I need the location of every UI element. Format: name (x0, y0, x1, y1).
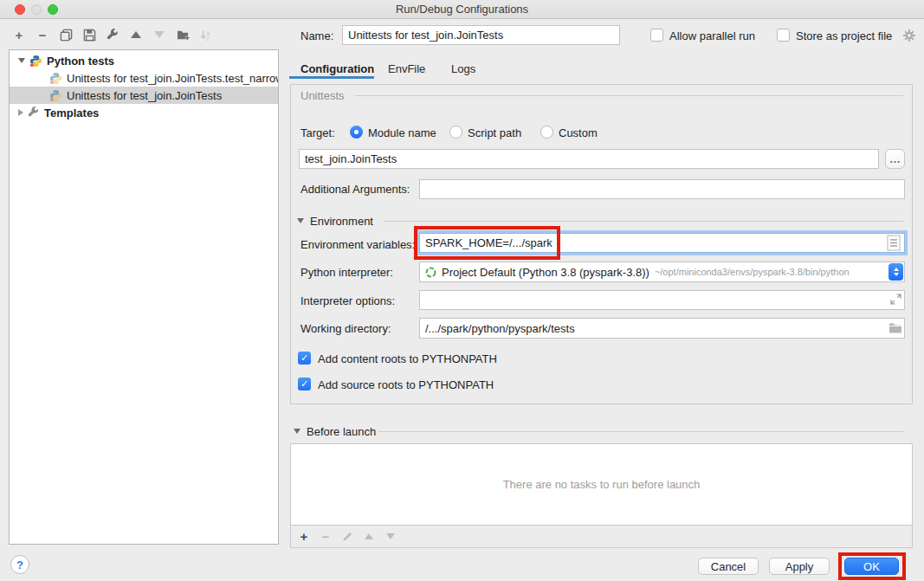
edit-templates-icon[interactable] (106, 28, 120, 42)
group-separator (378, 431, 903, 432)
python-interpreter-label: Python interpreter: (300, 266, 393, 279)
remove-icon[interactable]: − (36, 28, 49, 42)
tree-item-jointests-selected[interactable]: Unittests for test_join.JoinTests (10, 87, 278, 104)
copy-icon[interactable] (59, 28, 73, 42)
python-interpreter-dropdown[interactable]: Project Default (Python 3.8 (pyspark-3.8… (419, 261, 905, 282)
additional-arguments-label: Additional Arguments: (300, 183, 410, 196)
python-tests-icon (29, 55, 42, 68)
browse-button[interactable]: … (885, 149, 905, 169)
move-up-icon[interactable] (129, 28, 143, 42)
working-directory-input[interactable] (419, 318, 905, 339)
cancel-button[interactable]: Cancel (698, 558, 759, 575)
tab-configuration[interactable]: Configuration (300, 62, 374, 75)
templates-wrench-icon (28, 107, 40, 119)
interpreter-options-input[interactable] (419, 290, 905, 310)
sort-alphabetically-icon: az (199, 28, 213, 42)
folder-icon[interactable] (888, 322, 902, 333)
expand-field-icon[interactable] (890, 294, 901, 305)
apply-button[interactable]: Apply (769, 558, 830, 575)
target-module-name-label: Module name (368, 126, 436, 139)
gear-icon[interactable] (902, 29, 916, 42)
target-custom-radio[interactable] (540, 126, 553, 139)
help-button[interactable]: ? (10, 555, 29, 574)
ok-button[interactable]: OK (844, 558, 899, 575)
expanded-chevron-icon[interactable] (18, 58, 25, 63)
before-launch-header: Before launch (307, 425, 376, 438)
add-task-icon[interactable]: + (296, 529, 312, 544)
interpreter-path: ~/opt/miniconda3/envs/pyspark-3.8/bin/py… (655, 267, 850, 277)
before-launch-empty-text: There are no tasks to run before launch (503, 478, 701, 491)
name-label: Name: (300, 29, 333, 42)
interpreter-dropdown-stepper[interactable] (888, 263, 903, 281)
tree-item-label: Unittests for test_join.JoinTests.test_n… (67, 72, 278, 85)
tab-logs[interactable]: Logs (451, 62, 475, 75)
before-launch-toolbar: + − (290, 526, 913, 548)
interpreter-options-label: Interpreter options: (300, 294, 395, 307)
tree-item-python-tests[interactable]: Python tests (10, 52, 278, 69)
active-tab-underline (289, 76, 374, 79)
tree-item-templates[interactable]: Templates (10, 104, 278, 121)
add-content-roots-checkbox[interactable]: ✓ (298, 352, 311, 365)
group-separator (384, 221, 903, 222)
add-source-roots-label: Add source roots to PYTHONPATH (318, 378, 494, 391)
move-task-down-icon (383, 533, 398, 539)
tab-envfile[interactable]: EnvFile (388, 62, 425, 75)
edit-task-pencil-icon (339, 531, 355, 542)
move-down-icon (152, 28, 166, 42)
before-launch-task-list: There are no tasks to run before launch (290, 443, 913, 526)
store-as-project-file-checkbox[interactable] (777, 29, 790, 42)
window-titlebar: Run/Debug Configurations (0, 0, 924, 19)
configurations-tree: Python tests Unittests for test_join.Joi… (9, 49, 279, 545)
svg-text:z: z (206, 36, 209, 42)
move-task-up-icon (361, 533, 377, 539)
save-icon[interactable] (82, 28, 96, 42)
add-icon[interactable]: + (12, 28, 26, 42)
group-separator (355, 95, 903, 96)
interpreter-value: Project Default (Python 3.8 (pyspark-3.8… (442, 266, 649, 279)
store-as-project-file-label: Store as project file (796, 29, 892, 42)
tree-item-label: Python tests (47, 55, 114, 68)
window-title: Run/Debug Configurations (0, 3, 924, 16)
environment-variables-label: Environment variables: (300, 238, 415, 251)
configurations-toolbar: + − az (12, 26, 213, 43)
edit-env-vars-icon[interactable] (887, 235, 901, 251)
environment-variables-input[interactable] (419, 233, 905, 253)
unittests-group-label: Unittests (300, 89, 345, 102)
additional-arguments-input[interactable] (419, 179, 905, 199)
collapsed-chevron-icon[interactable] (18, 109, 23, 116)
new-folder-icon[interactable] (176, 28, 190, 42)
environment-header: Environment (310, 215, 373, 228)
add-source-roots-checkbox[interactable]: ✓ (298, 378, 311, 391)
tree-item-label: Unittests for test_join.JoinTests (67, 89, 222, 102)
tree-item-label: Templates (44, 107, 99, 119)
environment-collapse-chevron-icon[interactable] (297, 218, 304, 223)
python-test-config-icon (49, 89, 62, 102)
target-module-name-radio[interactable] (350, 126, 363, 139)
tree-item-test-narrow[interactable]: Unittests for test_join.JoinTests.test_n… (10, 69, 278, 87)
conda-env-icon (425, 267, 436, 278)
before-launch-collapse-chevron-icon[interactable] (294, 429, 300, 434)
working-directory-label: Working directory: (300, 322, 391, 335)
remove-task-icon: − (318, 529, 333, 544)
target-script-path-label: Script path (468, 126, 521, 139)
target-custom-label: Custom (559, 126, 598, 139)
python-test-config-icon (49, 72, 62, 85)
allow-parallel-run-checkbox[interactable] (650, 29, 663, 42)
allow-parallel-run-label: Allow parallel run (669, 29, 755, 42)
add-content-roots-label: Add content roots to PYTHONPATH (318, 352, 497, 365)
name-input[interactable] (342, 25, 620, 45)
target-script-path-radio[interactable] (449, 126, 462, 139)
target-label: Target: (300, 126, 335, 139)
target-module-input[interactable] (299, 149, 879, 169)
